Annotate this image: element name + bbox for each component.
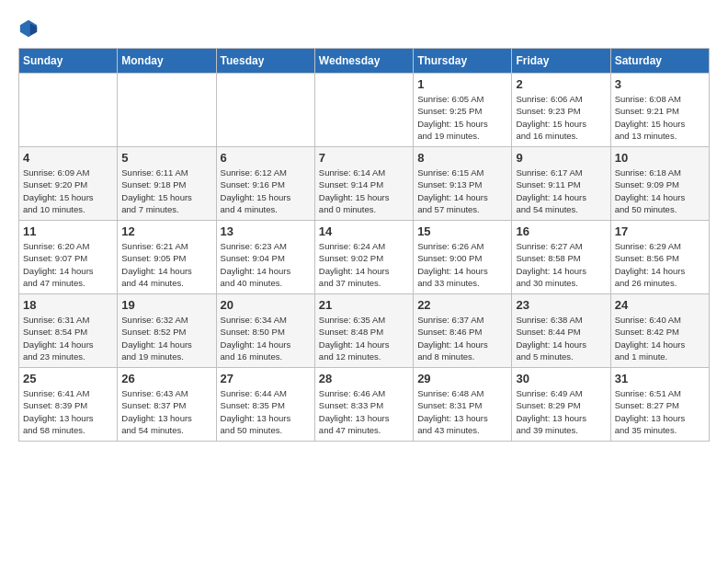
calendar-cell: 27Sunrise: 6:44 AM Sunset: 8:35 PM Dayli… [216,368,314,442]
day-number: 30 [516,372,606,385]
weekday-header: Thursday [414,49,512,74]
calendar-cell [314,74,413,147]
day-number: 10 [615,151,705,165]
day-number: 29 [417,372,507,385]
calendar-cell: 21Sunrise: 6:35 AM Sunset: 8:48 PM Dayli… [314,294,413,368]
day-info: Sunrise: 6:44 AM Sunset: 8:35 PM Dayligh… [221,387,311,436]
day-number: 19 [121,298,211,312]
day-number: 23 [516,298,606,312]
page-header [18,18,710,39]
calendar-cell: 16Sunrise: 6:27 AM Sunset: 8:58 PM Dayli… [512,221,610,294]
weekday-header-row: SundayMondayTuesdayWednesdayThursdayFrid… [19,49,710,74]
calendar-week-row: 4Sunrise: 6:09 AM Sunset: 9:20 PM Daylig… [19,147,710,221]
day-number: 3 [615,77,705,91]
day-info: Sunrise: 6:09 AM Sunset: 9:20 PM Dayligh… [23,167,113,215]
calendar-cell [216,74,314,147]
day-number: 27 [221,372,311,385]
calendar-cell [19,74,118,147]
calendar-cell: 22Sunrise: 6:37 AM Sunset: 8:46 PM Dayli… [414,294,512,368]
day-info: Sunrise: 6:46 AM Sunset: 8:33 PM Dayligh… [319,387,409,436]
day-number: 31 [615,372,705,385]
day-number: 18 [23,298,113,312]
day-info: Sunrise: 6:38 AM Sunset: 8:44 PM Dayligh… [516,314,606,362]
day-number: 15 [417,224,507,238]
calendar-cell: 5Sunrise: 6:11 AM Sunset: 9:18 PM Daylig… [118,147,216,221]
calendar-cell: 17Sunrise: 6:29 AM Sunset: 8:56 PM Dayli… [610,221,709,294]
day-number: 12 [121,224,211,238]
calendar-week-row: 18Sunrise: 6:31 AM Sunset: 8:54 PM Dayli… [19,294,710,368]
weekday-header: Tuesday [216,49,314,74]
day-info: Sunrise: 6:34 AM Sunset: 8:50 PM Dayligh… [221,314,311,362]
weekday-header: Saturday [610,49,709,74]
calendar-cell [118,74,216,147]
day-info: Sunrise: 6:40 AM Sunset: 8:42 PM Dayligh… [615,314,705,362]
calendar-cell: 14Sunrise: 6:24 AM Sunset: 9:02 PM Dayli… [314,221,413,294]
day-info: Sunrise: 6:24 AM Sunset: 9:02 PM Dayligh… [319,240,409,289]
weekday-header: Sunday [19,49,118,74]
day-info: Sunrise: 6:20 AM Sunset: 9:07 PM Dayligh… [23,240,113,289]
day-number: 17 [615,224,705,238]
day-number: 9 [516,151,606,165]
calendar-cell: 28Sunrise: 6:46 AM Sunset: 8:33 PM Dayli… [314,368,413,442]
calendar-week-row: 11Sunrise: 6:20 AM Sunset: 9:07 PM Dayli… [19,221,710,294]
day-info: Sunrise: 6:05 AM Sunset: 9:25 PM Dayligh… [417,93,507,142]
day-info: Sunrise: 6:18 AM Sunset: 9:09 PM Dayligh… [615,167,705,215]
day-number: 5 [121,151,211,165]
day-number: 16 [516,224,606,238]
day-info: Sunrise: 6:12 AM Sunset: 9:16 PM Dayligh… [221,167,311,215]
day-number: 7 [319,151,409,165]
calendar-cell: 8Sunrise: 6:15 AM Sunset: 9:13 PM Daylig… [414,147,512,221]
day-info: Sunrise: 6:48 AM Sunset: 8:31 PM Dayligh… [417,387,507,436]
day-info: Sunrise: 6:08 AM Sunset: 9:21 PM Dayligh… [615,93,705,142]
day-info: Sunrise: 6:11 AM Sunset: 9:18 PM Dayligh… [121,167,211,215]
generalblue-logo-icon [18,18,39,39]
calendar-cell: 19Sunrise: 6:32 AM Sunset: 8:52 PM Dayli… [118,294,216,368]
day-number: 25 [23,372,113,385]
day-info: Sunrise: 6:23 AM Sunset: 9:04 PM Dayligh… [221,240,311,289]
calendar-week-row: 1Sunrise: 6:05 AM Sunset: 9:25 PM Daylig… [19,74,710,147]
day-info: Sunrise: 6:41 AM Sunset: 8:39 PM Dayligh… [23,387,113,436]
day-number: 24 [615,298,705,312]
calendar-cell: 13Sunrise: 6:23 AM Sunset: 9:04 PM Dayli… [216,221,314,294]
day-info: Sunrise: 6:21 AM Sunset: 9:05 PM Dayligh… [121,240,211,289]
calendar-cell: 25Sunrise: 6:41 AM Sunset: 8:39 PM Dayli… [19,368,118,442]
calendar-week-row: 25Sunrise: 6:41 AM Sunset: 8:39 PM Dayli… [19,368,710,442]
day-number: 11 [23,224,113,238]
calendar-table: SundayMondayTuesdayWednesdayThursdayFrid… [18,48,710,442]
day-number: 2 [516,77,606,91]
calendar-cell: 3Sunrise: 6:08 AM Sunset: 9:21 PM Daylig… [610,74,709,147]
day-number: 22 [417,298,507,312]
day-info: Sunrise: 6:27 AM Sunset: 8:58 PM Dayligh… [516,240,606,289]
day-number: 20 [221,298,311,312]
calendar-cell: 4Sunrise: 6:09 AM Sunset: 9:20 PM Daylig… [19,147,118,221]
calendar-cell: 31Sunrise: 6:51 AM Sunset: 8:27 PM Dayli… [610,368,709,442]
day-number: 1 [417,77,507,91]
logo [18,18,42,39]
day-info: Sunrise: 6:35 AM Sunset: 8:48 PM Dayligh… [319,314,409,362]
day-number: 21 [319,298,409,312]
calendar-cell: 1Sunrise: 6:05 AM Sunset: 9:25 PM Daylig… [414,74,512,147]
calendar-cell: 23Sunrise: 6:38 AM Sunset: 8:44 PM Dayli… [512,294,610,368]
calendar-cell: 29Sunrise: 6:48 AM Sunset: 8:31 PM Dayli… [414,368,512,442]
day-info: Sunrise: 6:14 AM Sunset: 9:14 PM Dayligh… [319,167,409,215]
day-info: Sunrise: 6:43 AM Sunset: 8:37 PM Dayligh… [121,387,211,436]
calendar-cell: 24Sunrise: 6:40 AM Sunset: 8:42 PM Dayli… [610,294,709,368]
day-number: 28 [319,372,409,385]
day-info: Sunrise: 6:51 AM Sunset: 8:27 PM Dayligh… [615,387,705,436]
day-number: 8 [417,151,507,165]
calendar-cell: 2Sunrise: 6:06 AM Sunset: 9:23 PM Daylig… [512,74,610,147]
calendar-cell: 10Sunrise: 6:18 AM Sunset: 9:09 PM Dayli… [610,147,709,221]
calendar-cell: 30Sunrise: 6:49 AM Sunset: 8:29 PM Dayli… [512,368,610,442]
day-number: 13 [221,224,311,238]
day-number: 14 [319,224,409,238]
day-number: 26 [121,372,211,385]
day-info: Sunrise: 6:37 AM Sunset: 8:46 PM Dayligh… [417,314,507,362]
calendar-cell: 6Sunrise: 6:12 AM Sunset: 9:16 PM Daylig… [216,147,314,221]
day-number: 4 [23,151,113,165]
day-info: Sunrise: 6:31 AM Sunset: 8:54 PM Dayligh… [23,314,113,362]
calendar-cell: 9Sunrise: 6:17 AM Sunset: 9:11 PM Daylig… [512,147,610,221]
weekday-header: Monday [118,49,216,74]
calendar-cell: 26Sunrise: 6:43 AM Sunset: 8:37 PM Dayli… [118,368,216,442]
day-info: Sunrise: 6:32 AM Sunset: 8:52 PM Dayligh… [121,314,211,362]
calendar-cell: 18Sunrise: 6:31 AM Sunset: 8:54 PM Dayli… [19,294,118,368]
